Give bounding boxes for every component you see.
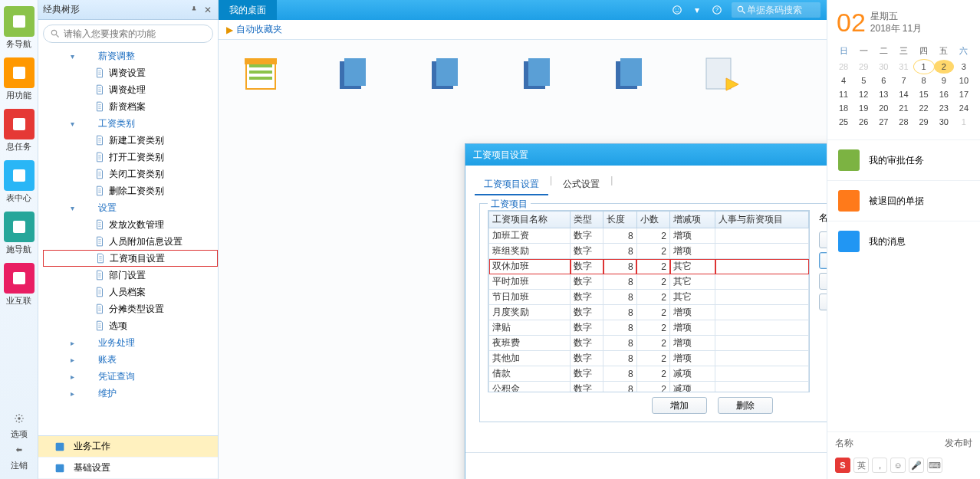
- calendar-day[interactable]: 4: [834, 74, 853, 87]
- salary-grid[interactable]: 工资项目名称类型长度小数增减项人事与薪资项目 加班工资数字82增项 班组奖励数字…: [488, 210, 810, 392]
- grid-row[interactable]: 平时加班数字82其它: [489, 274, 809, 290]
- tree-node[interactable]: 新建工资类别: [43, 132, 218, 149]
- tree-node[interactable]: 发放次数管理: [43, 216, 218, 233]
- move-button[interactable]: 置底: [819, 294, 827, 310]
- ime-button[interactable]: ⌨: [927, 458, 942, 473]
- app-icon-4[interactable]: [518, 55, 556, 94]
- app-icon-2[interactable]: [334, 55, 372, 94]
- calendar-day[interactable]: 21: [893, 101, 913, 115]
- calendar-day[interactable]: 25: [834, 115, 853, 129]
- tab-items[interactable]: 工资项目设置: [475, 175, 548, 195]
- calendar-day[interactable]: 8: [914, 74, 934, 87]
- grid-row[interactable]: 加班工资数字82增项: [489, 228, 809, 244]
- right-menu-item[interactable]: 被退回的单据: [827, 180, 980, 221]
- move-button[interactable]: 上移: [819, 231, 827, 248]
- move-button[interactable]: 下移: [819, 252, 827, 269]
- help-icon[interactable]: ?: [709, 2, 725, 18]
- ime-button[interactable]: 🎤: [909, 458, 924, 473]
- gear-icon[interactable]: [14, 413, 25, 424]
- app-icon-6[interactable]: [702, 55, 740, 94]
- calendar-day[interactable]: 16: [934, 87, 954, 101]
- grid-row[interactable]: 月度奖励数字82增项: [489, 305, 809, 320]
- calendar-day[interactable]: 10: [954, 74, 974, 87]
- top-search[interactable]: [732, 2, 821, 18]
- grid-row[interactable]: 其他加数字82增项: [489, 351, 809, 366]
- calendar-day[interactable]: 1: [954, 115, 974, 129]
- tree-node[interactable]: ▾ 薪资调整: [43, 48, 218, 64]
- calendar-day[interactable]: 24: [954, 101, 974, 115]
- tree-node[interactable]: 选项: [43, 317, 218, 334]
- logout-icon[interactable]: [14, 445, 25, 455]
- tree-node[interactable]: ▸ 业务处理: [43, 334, 218, 351]
- favorites-bar[interactable]: ▶ 自动收藏夹: [219, 20, 827, 40]
- grid-header[interactable]: 长度: [603, 212, 636, 228]
- grid-row[interactable]: 双休加班数字82其它: [489, 259, 809, 274]
- calendar-day[interactable]: 22: [914, 101, 934, 115]
- tree-node[interactable]: 调资设置: [43, 64, 218, 81]
- tree-node[interactable]: 工资项目设置: [43, 250, 218, 267]
- tree-search[interactable]: [43, 25, 213, 43]
- calendar-day[interactable]: 9: [934, 74, 954, 87]
- tree-footer-item[interactable]: 基础设置: [38, 458, 218, 479]
- tree-node[interactable]: 人员附加信息设置: [43, 233, 218, 250]
- calendar-day[interactable]: 23: [934, 101, 954, 115]
- tree-node[interactable]: 人员档案: [43, 284, 218, 300]
- move-button[interactable]: 置顶: [819, 273, 827, 290]
- app-icon-5[interactable]: [610, 55, 648, 94]
- tree-node[interactable]: 关闭工资类别: [43, 166, 218, 182]
- ime-button[interactable]: S: [835, 458, 850, 473]
- calendar-day[interactable]: 18: [834, 101, 853, 115]
- app-icon-1[interactable]: [242, 55, 280, 94]
- grid-header[interactable]: 人事与薪资项目: [715, 212, 809, 228]
- calendar-day[interactable]: 19: [853, 101, 873, 115]
- calendar-day[interactable]: 7: [893, 74, 913, 87]
- nav-icon[interactable]: [4, 263, 35, 294]
- calendar-day[interactable]: 14: [893, 87, 913, 101]
- calendar-day[interactable]: 3: [954, 60, 974, 74]
- tree-node[interactable]: 部门设置: [43, 267, 218, 284]
- calendar-day[interactable]: 6: [873, 74, 893, 87]
- tree-node[interactable]: ▾ 设置: [43, 199, 218, 216]
- calendar-day[interactable]: 11: [834, 87, 853, 101]
- calendar-day[interactable]: 17: [954, 87, 974, 101]
- grid-row[interactable]: 津贴数字82增项: [489, 320, 809, 336]
- calendar[interactable]: 日一二三四五六282930311234567891011121314151617…: [827, 42, 980, 129]
- app-icon-3[interactable]: [426, 55, 464, 94]
- right-menu-item[interactable]: 我的审批任务: [827, 139, 980, 180]
- tree-node[interactable]: 调资处理: [43, 81, 218, 98]
- close-icon[interactable]: ✕: [202, 5, 213, 15]
- grid-row[interactable]: 夜班费数字82增项: [489, 336, 809, 351]
- tree-node[interactable]: 打开工资类别: [43, 149, 218, 166]
- ime-button[interactable]: ☺: [890, 458, 906, 473]
- calendar-day[interactable]: 30: [934, 115, 954, 129]
- tree-footer-item[interactable]: 业务工作: [38, 436, 218, 458]
- calendar-day[interactable]: 31: [893, 60, 913, 74]
- calendar-day[interactable]: 2: [934, 60, 954, 74]
- desktop-tab[interactable]: 我的桌面: [219, 0, 277, 20]
- tree-node[interactable]: 薪资档案: [43, 98, 218, 115]
- calendar-day[interactable]: 20: [873, 101, 893, 115]
- nav-icon[interactable]: [4, 160, 35, 191]
- tree-node[interactable]: ▾ 工资类别: [43, 115, 218, 132]
- ime-button[interactable]: ，: [872, 458, 887, 473]
- tree-search-input[interactable]: [64, 28, 206, 39]
- calendar-day[interactable]: 5: [853, 74, 873, 87]
- nav-icon[interactable]: [4, 57, 35, 88]
- grid-header[interactable]: 类型: [571, 212, 603, 228]
- grid-row[interactable]: 节日加班数字82其它: [489, 290, 809, 305]
- pin-icon[interactable]: [189, 5, 199, 15]
- calendar-day[interactable]: 12: [853, 87, 873, 101]
- right-menu-item[interactable]: 我的消息: [827, 221, 980, 261]
- smile-icon[interactable]: [669, 2, 686, 18]
- nav-icon[interactable]: [4, 212, 35, 242]
- tree-node[interactable]: 删除工资类别: [43, 182, 218, 199]
- tab-formula[interactable]: 公式设置: [554, 175, 609, 195]
- grid-row[interactable]: 借款数字82减项: [489, 366, 809, 382]
- calendar-day[interactable]: 29: [853, 60, 873, 74]
- grid-header[interactable]: 小数: [636, 212, 669, 228]
- calendar-day[interactable]: 15: [914, 87, 934, 101]
- calendar-day[interactable]: 29: [914, 115, 934, 129]
- grid-header[interactable]: 工资项目名称: [489, 212, 571, 228]
- calendar-day[interactable]: 26: [853, 115, 873, 129]
- tree-node[interactable]: ▸ 凭证查询: [43, 368, 218, 385]
